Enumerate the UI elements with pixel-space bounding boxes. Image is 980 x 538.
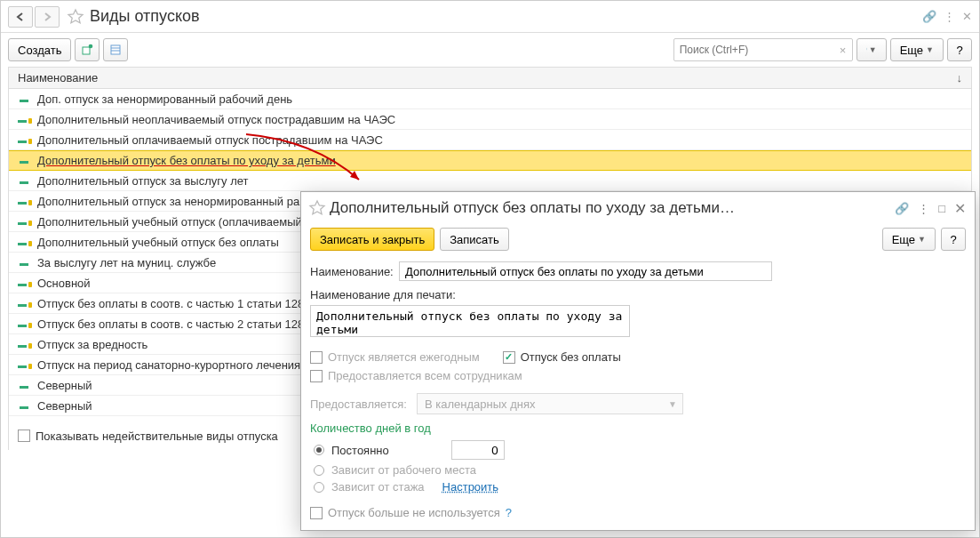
record-icon [18, 319, 30, 328]
row-text: Основной [37, 277, 91, 290]
page-title: Виды отпусков [90, 7, 200, 26]
search-box[interactable]: × [673, 38, 853, 61]
row-text: Дополнительный отпуск за выслугу лет [37, 174, 248, 188]
row-text: Отпуск на период санаторно-курортного ле… [37, 358, 300, 372]
leave-type-dialog: Дополнительный отпуск без оплаты по уход… [300, 191, 976, 531]
radio-tenure[interactable] [314, 482, 324, 493]
copy-button[interactable] [75, 38, 100, 61]
grant-select[interactable]: В календарных днях ▼ [417, 393, 683, 414]
record-icon [18, 237, 30, 246]
record-icon [18, 94, 30, 103]
record-icon [18, 340, 30, 349]
list-row[interactable]: Дополнительный отпуск за выслугу лет [9, 171, 971, 191]
more-button[interactable]: Еще▼ [890, 38, 944, 61]
row-text: Доп. отпуск за ненормированный рабочий д… [37, 92, 292, 106]
row-text: Дополнительный учебный отпуск (оплачивае… [37, 215, 306, 229]
row-text: Отпуск за вредность [37, 338, 147, 351]
radio-workplace-label: Зависит от рабочего места [331, 463, 476, 477]
row-text: За выслугу лет на муниц. службе [37, 256, 216, 269]
save-button[interactable]: Записать [440, 228, 509, 251]
annual-checkbox[interactable] [310, 351, 323, 364]
svg-point-1 [89, 44, 93, 49]
dialog-help-button[interactable]: ? [941, 228, 966, 251]
create-button[interactable]: Создать [8, 38, 71, 61]
radio-constant-label: Постоянно [331, 444, 389, 457]
save-and-close-button[interactable]: Записать и закрыть [310, 228, 434, 251]
name-label: Наименование: [310, 265, 399, 278]
not-used-label: Отпуск больше не используется [328, 506, 500, 519]
record-icon [18, 217, 30, 226]
record-icon [18, 197, 30, 205]
record-icon [18, 299, 30, 308]
record-icon [18, 360, 30, 369]
dialog-star-icon[interactable] [308, 199, 326, 217]
row-text: Дополнительный оплачиваемый отпуск постр… [37, 133, 383, 147]
nav-back-button[interactable] [8, 6, 33, 28]
favorite-star-icon[interactable] [67, 8, 84, 26]
row-text: Северный [37, 379, 92, 392]
record-icon [18, 157, 30, 165]
close-page-icon[interactable]: ✕ [962, 10, 972, 23]
row-text: Северный [37, 399, 92, 413]
list-column-header[interactable]: Наименование ↓ [8, 67, 972, 89]
link-icon[interactable]: 🔗 [922, 10, 936, 23]
record-icon [18, 258, 30, 267]
dialog-title: Дополнительный отпуск без оплаты по уход… [330, 199, 735, 217]
record-icon [18, 135, 30, 144]
configure-link[interactable]: Настроить [442, 480, 499, 494]
row-text: Отпуск без оплаты в соотв. с частью 2 ст… [37, 317, 340, 331]
row-text: Дополнительный неоплачиваемый отпуск пос… [37, 113, 395, 126]
show-inactive-label: Показывать недействительные виды отпуска [36, 430, 278, 443]
clear-search-icon[interactable]: × [834, 44, 852, 57]
all-employees-checkbox[interactable] [310, 370, 323, 382]
days-input[interactable] [451, 440, 505, 460]
list-row[interactable]: Дополнительный оплачиваемый отпуск постр… [9, 130, 971, 150]
record-icon [18, 401, 30, 410]
row-text: Дополнительный отпуск без оплаты по уход… [37, 154, 336, 167]
not-used-help-icon[interactable]: ? [506, 506, 512, 519]
not-used-checkbox[interactable] [310, 507, 323, 519]
record-icon [18, 381, 30, 389]
list-row[interactable]: Дополнительный неоплачиваемый отпуск пос… [9, 109, 971, 130]
search-button[interactable]: ▼ [857, 38, 887, 61]
help-button[interactable]: ? [947, 38, 972, 61]
unpaid-checkbox[interactable] [503, 351, 515, 364]
dialog-close-icon[interactable]: ✕ [954, 200, 966, 217]
kebab-icon[interactable]: ⋮ [944, 10, 955, 23]
row-text: Дополнительный учебный отпуск без оплаты [37, 236, 279, 249]
list-row[interactable]: Дополнительный отпуск без оплаты по уход… [9, 150, 971, 171]
annual-label: Отпуск является ежегодным [328, 350, 480, 364]
list-view-button[interactable] [103, 38, 128, 61]
name-input[interactable] [399, 261, 772, 281]
search-input[interactable] [674, 40, 834, 60]
dialog-more-button[interactable]: Еще▼ [882, 228, 936, 251]
sort-indicator-icon: ↓ [957, 71, 963, 84]
svg-rect-2 [111, 45, 120, 54]
chevron-down-icon: ▼ [668, 399, 677, 409]
dialog-maximize-icon[interactable]: □ [938, 202, 945, 215]
list-row[interactable]: Доп. отпуск за ненормированный рабочий д… [9, 89, 971, 109]
record-icon [18, 176, 30, 185]
dialog-link-icon[interactable]: 🔗 [895, 202, 909, 215]
radio-workplace[interactable] [314, 465, 324, 476]
record-icon [18, 115, 30, 124]
dialog-kebab-icon[interactable]: ⋮ [918, 202, 929, 215]
all-employees-label: Предоставляется всем сотрудникам [328, 369, 522, 382]
unpaid-label: Отпуск без оплаты [521, 350, 621, 364]
print-name-textarea[interactable] [310, 305, 630, 337]
show-inactive-checkbox[interactable] [18, 430, 30, 442]
record-icon [18, 278, 30, 287]
print-name-label: Наименование для печати: [310, 288, 966, 301]
nav-forward-button[interactable] [35, 6, 60, 28]
radio-tenure-label: Зависит от стажа [331, 480, 425, 494]
svg-rect-0 [83, 47, 90, 54]
days-per-year-heading: Количество дней в год [310, 422, 966, 435]
row-text: Отпуск без оплаты в соотв. с частью 1 ст… [37, 297, 340, 310]
radio-constant[interactable] [314, 445, 324, 455]
grant-label: Предоставляется: [310, 397, 417, 411]
